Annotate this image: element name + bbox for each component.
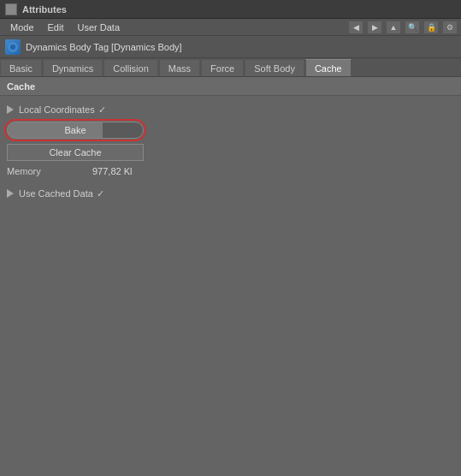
menu-right-icons: ◀ ▶ ▲ 🔍 🔒 ⚙ xyxy=(348,21,458,34)
nav-up-icon[interactable]: ▲ xyxy=(386,21,401,34)
tag-icon xyxy=(5,39,21,55)
tab-mass[interactable]: Mass xyxy=(159,59,200,76)
menu-bar: Mode Edit User Data ◀ ▶ ▲ 🔍 🔒 ⚙ xyxy=(0,19,461,36)
menu-userdata[interactable]: User Data xyxy=(71,21,127,34)
local-coordinates-label: Local Coordinates xyxy=(19,104,95,115)
top-bar: Attributes xyxy=(0,0,461,19)
local-coordinates-checkmark: ✓ xyxy=(98,104,106,116)
bake-container: Bake xyxy=(0,118,461,142)
use-cached-data-row: Use Cached Data ✓ xyxy=(0,185,461,202)
clear-cache-button[interactable]: Clear Cache xyxy=(7,144,144,161)
tab-basic[interactable]: Basic xyxy=(0,59,42,76)
tab-collision[interactable]: Collision xyxy=(103,59,158,76)
tab-cache[interactable]: Cache xyxy=(305,59,352,76)
memory-row: Memory 977,82 Kl xyxy=(0,163,461,180)
menu-edit[interactable]: Edit xyxy=(41,21,71,34)
section-header: Cache xyxy=(0,77,461,96)
nav-forward-icon[interactable]: ▶ xyxy=(367,21,382,34)
bake-button[interactable]: Bake xyxy=(7,122,144,139)
lock-icon[interactable]: 🔒 xyxy=(423,21,439,34)
window-title: Attributes xyxy=(22,4,67,15)
search-icon[interactable]: 🔍 xyxy=(405,21,420,34)
svg-point-1 xyxy=(10,45,15,50)
use-cached-data-label: Use Cached Data xyxy=(19,188,93,199)
memory-label: Memory xyxy=(7,166,92,176)
content-area: Local Coordinates ✓ Bake Clear Cache Mem… xyxy=(0,96,461,207)
tag-title: Dynamics Body Tag [Dynamics Body] xyxy=(26,42,182,52)
section-title: Cache xyxy=(7,81,35,92)
use-cached-data-checkmark: ✓ xyxy=(97,188,104,199)
tab-softbody[interactable]: Soft Body xyxy=(245,59,304,76)
tab-dynamics[interactable]: Dynamics xyxy=(43,59,103,76)
local-coordinates-row: Local Coordinates ✓ xyxy=(0,101,461,118)
window-icon xyxy=(5,3,17,15)
tag-header: Dynamics Body Tag [Dynamics Body] xyxy=(0,36,461,58)
use-cached-triangle xyxy=(7,189,14,198)
memory-value: 977,82 Kl xyxy=(92,166,132,176)
tab-force[interactable]: Force xyxy=(201,59,244,76)
nav-back-icon[interactable]: ◀ xyxy=(348,21,363,34)
clear-cache-container: Clear Cache xyxy=(0,142,461,163)
tabs-bar: Basic Dynamics Collision Mass Force Soft… xyxy=(0,58,461,77)
triangle-indicator xyxy=(7,105,14,114)
menu-mode[interactable]: Mode xyxy=(3,21,41,34)
settings-icon[interactable]: ⚙ xyxy=(442,21,458,34)
